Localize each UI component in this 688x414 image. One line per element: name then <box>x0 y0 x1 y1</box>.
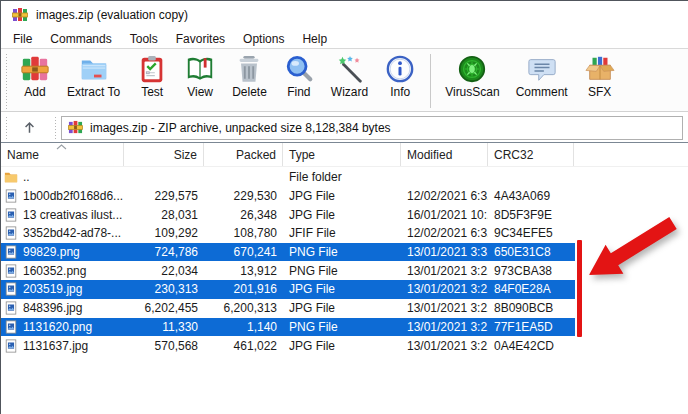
column-header-type[interactable]: Type <box>283 143 401 166</box>
file-crc32: 9C34EFE5 <box>488 226 574 240</box>
column-header-size[interactable]: Size <box>124 143 204 166</box>
sfx-icon <box>585 54 615 84</box>
file-modified: 13/01/2021 3:2... <box>401 301 488 315</box>
menu-item-file[interactable]: File <box>4 30 41 48</box>
window-title: images.zip (evaluation copy) <box>36 8 188 22</box>
image-file-icon <box>4 208 18 222</box>
file-row-content: 1b00db2f0168d6...229,575229,530JPG File1… <box>1 187 575 206</box>
menu-item-help[interactable]: Help <box>293 30 336 48</box>
red-vertical-line <box>577 240 582 337</box>
file-packed: 461,022 <box>204 339 283 353</box>
column-header-packed[interactable]: Packed <box>204 143 283 166</box>
winrar-window: images.zip (evaluation copy) FileCommand… <box>0 0 688 414</box>
file-name: 160352.png <box>23 264 86 278</box>
file-row-[interactable]: ..File folder <box>1 168 688 187</box>
toolbar-button-label: SFX <box>588 85 611 99</box>
file-modified: 13/01/2021 3:3... <box>401 245 488 259</box>
archive-description: images.zip - ZIP archive, unpacked size … <box>90 121 391 135</box>
file-type: PNG File <box>283 320 401 334</box>
file-packed: 1,140 <box>204 320 283 334</box>
column-header-label: Modified <box>407 148 452 162</box>
file-type: JPG File <box>283 301 401 315</box>
column-header-modified[interactable]: Modified <box>401 143 488 166</box>
file-row-content: 99829.png724,786670,241PNG File13/01/202… <box>1 243 575 262</box>
file-crc32: 8D5F3F9E <box>488 208 574 222</box>
toolbar-button-test[interactable]: Test <box>128 52 176 101</box>
file-crc32: 0A4E42CD <box>488 339 574 353</box>
menu-item-commands[interactable]: Commands <box>41 30 120 48</box>
file-crc32: 650E31C8 <box>488 245 574 259</box>
file-row-1131620-png[interactable]: 1131620.png11,3301,140PNG File13/01/2021… <box>1 318 688 337</box>
up-one-level-button[interactable] <box>14 116 44 140</box>
toolbar-button-info[interactable]: Info <box>376 52 424 101</box>
winrar-archive-icon <box>68 120 83 135</box>
file-row-848396-jpg[interactable]: 848396.jpg6,202,4556,200,313JPG File13/0… <box>1 299 688 318</box>
column-header-label: Name <box>7 148 39 162</box>
toolbar-button-sfx[interactable]: SFX <box>576 52 624 101</box>
menu-item-favorites[interactable]: Favorites <box>167 30 234 48</box>
file-row-160352-png[interactable]: 160352.png22,03413,912PNG File13/01/2021… <box>1 261 688 280</box>
column-header-label: CRC32 <box>494 148 533 162</box>
file-row-1b00db2f0168d6[interactable]: 1b00db2f0168d6...229,575229,530JPG File1… <box>1 187 688 206</box>
toolbar-button-delete[interactable]: Delete <box>224 52 275 101</box>
file-packed: 13,912 <box>204 264 283 278</box>
file-packed: 201,916 <box>204 282 283 296</box>
address-field-grip[interactable] <box>53 117 57 139</box>
toolbar-button-virusscan[interactable]: VirusScan <box>437 52 507 101</box>
wizard-icon <box>335 54 365 84</box>
file-type: JPG File <box>283 208 401 222</box>
sort-asc-icon <box>56 144 67 150</box>
column-header-label: Type <box>289 148 315 162</box>
file-row-content: 13 creativas ilust...28,03126,348JPG Fil… <box>1 205 575 224</box>
add-icon <box>20 54 50 84</box>
file-size: 22,034 <box>124 264 204 278</box>
file-size: 6,202,455 <box>124 301 204 315</box>
menu-bar: FileCommandsToolsFavoritesOptionsHelp <box>1 29 688 48</box>
column-header-crc32[interactable]: CRC32 <box>488 143 574 166</box>
column-header-row: NameSizePackedTypeModifiedCRC32 <box>1 143 688 167</box>
toolbar-button-add[interactable]: Add <box>11 52 59 101</box>
menu-item-tools[interactable]: Tools <box>121 30 167 48</box>
info-icon <box>385 54 415 84</box>
column-header-label: Packed <box>236 148 276 162</box>
file-size: 724,786 <box>124 245 204 259</box>
file-row-13-creativas-ilust[interactable]: 13 creativas ilust...28,03126,348JPG Fil… <box>1 205 688 224</box>
column-header-filler <box>574 143 688 166</box>
toolbar-button-find[interactable]: Find <box>275 52 323 101</box>
toolbar-button-comment[interactable]: Comment <box>508 52 576 101</box>
image-file-icon <box>4 245 18 259</box>
toolbar-button-label: Delete <box>232 85 267 99</box>
toolbar-grip[interactable] <box>4 54 8 110</box>
file-row-1131637-jpg[interactable]: 1131637.jpg570,568461,022JPG File13/01/2… <box>1 336 688 355</box>
column-header-name[interactable]: Name <box>1 143 124 166</box>
folder-icon <box>4 170 18 184</box>
file-row-3352bd42-ad78[interactable]: 3352bd42-ad78-...109,292108,780JFIF File… <box>1 224 688 243</box>
file-modified: 13/01/2021 3:2... <box>401 320 488 334</box>
toolbar-button-label: Find <box>287 85 310 99</box>
address-field[interactable]: images.zip - ZIP archive, unpacked size … <box>61 116 683 140</box>
file-size: 11,330 <box>124 320 204 334</box>
file-size: 229,575 <box>124 189 204 203</box>
file-modified: 12/02/2021 6:3... <box>401 226 488 240</box>
toolbar-button-label: Info <box>390 85 410 99</box>
comment-icon <box>527 54 557 84</box>
file-packed: 26,348 <box>204 208 283 222</box>
file-packed: 670,241 <box>204 245 283 259</box>
toolbar-button-view[interactable]: View <box>176 52 224 101</box>
file-modified: 13/01/2021 3:2... <box>401 282 488 296</box>
column-header-label: Size <box>174 148 197 162</box>
file-row-99829-png[interactable]: 99829.png724,786670,241PNG File13/01/202… <box>1 243 688 262</box>
file-row-203519-jpg[interactable]: 203519.jpg230,313201,916JPG File13/01/20… <box>1 280 688 299</box>
menu-item-options[interactable]: Options <box>234 30 293 48</box>
file-modified: 16/01/2021 10:... <box>401 208 488 222</box>
toolbar-button-label: Add <box>24 85 45 99</box>
file-type: PNG File <box>283 245 401 259</box>
test-icon <box>137 54 167 84</box>
toolbar-button-extract-to[interactable]: Extract To <box>59 52 128 101</box>
file-modified: 12/02/2021 6:3... <box>401 189 488 203</box>
image-file-icon <box>4 264 18 278</box>
delete-icon <box>234 54 264 84</box>
toolbar-button-wizard[interactable]: Wizard <box>323 52 376 101</box>
addressbar-grip[interactable] <box>4 117 8 139</box>
file-row-content: 1131620.png11,3301,140PNG File13/01/2021… <box>1 318 575 337</box>
